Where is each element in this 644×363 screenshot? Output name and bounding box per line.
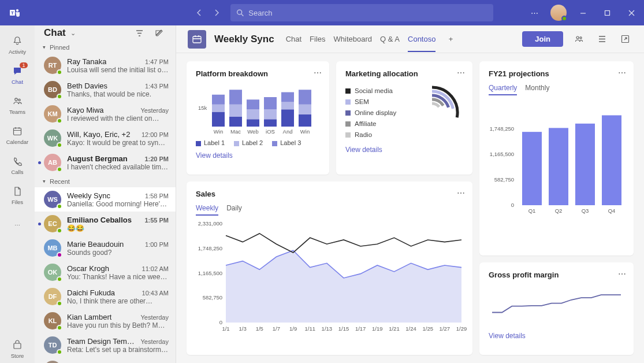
svg-rect-44: [549, 128, 568, 205]
svg-rect-19: [229, 105, 242, 117]
presence-icon: [57, 203, 62, 209]
chat-item[interactable]: RT Ray Tanaka1:47 PM Louisa will send th…: [35, 53, 176, 77]
svg-point-11: [579, 37, 581, 39]
presence-icon: [57, 252, 62, 258]
svg-text:Q2: Q2: [555, 208, 563, 214]
tab-daily[interactable]: Daily: [226, 204, 242, 216]
tab-monthly[interactable]: Monthly: [525, 84, 549, 95]
tab-quarterly[interactable]: Quarterly: [489, 84, 517, 95]
card-more-button[interactable]: ⋯: [618, 68, 627, 77]
maximize-button[interactable]: [599, 5, 615, 21]
add-tab-button[interactable]: +: [444, 32, 457, 46]
back-button[interactable]: [192, 6, 206, 20]
meeting-title: Weekly Sync: [214, 34, 274, 45]
card-more-button[interactable]: ⋯: [457, 188, 466, 198]
svg-text:2,331,000: 2,331,000: [198, 220, 222, 227]
more-options-button[interactable]: ⋯: [526, 5, 542, 21]
platform-chart: 15kWinMacWebiOSAndWin: [196, 84, 320, 136]
chat-name: Weekly Sync: [67, 191, 110, 200]
chat-preview: You: Thanks! Have a nice weekend: [67, 273, 169, 281]
chat-item[interactable]: AB August Bergman1:20 PM I haven't check…: [35, 150, 176, 175]
chat-name: Kayo Miwa: [67, 106, 104, 114]
store-icon: [11, 339, 24, 351]
section-pinned[interactable]: Pinned: [35, 40, 176, 53]
card-more-button[interactable]: ⋯: [618, 269, 627, 279]
svg-rect-31: [281, 102, 294, 110]
forward-button[interactable]: [210, 6, 224, 20]
minimize-button[interactable]: [575, 5, 591, 21]
chat-time: Yesterday: [140, 338, 169, 345]
svg-rect-4: [605, 10, 609, 15]
view-details-link[interactable]: View details: [196, 151, 233, 160]
rail-files[interactable]: Files: [1, 180, 33, 209]
filter-button[interactable]: [132, 25, 147, 40]
chat-time: 11:02 AM: [142, 265, 169, 272]
dashboard-grid: ⋯ Platform breakdown 15kWinMacWebiOSAndW…: [176, 53, 644, 363]
svg-text:Win: Win: [300, 128, 310, 135]
meeting-header: Weekly Sync Chat Files Whiteboard Q & A …: [176, 25, 644, 53]
svg-text:Q1: Q1: [528, 208, 536, 214]
rail-calls[interactable]: Calls: [1, 150, 33, 179]
tab-files[interactable]: Files: [310, 35, 325, 43]
chat-item[interactable]: EC Emiliano Ceballos1:55 PM 😂😂: [35, 212, 176, 236]
tab-chat[interactable]: Chat: [286, 35, 301, 43]
chat-item[interactable]: OK Oscar Krogh11:02 AM You: Thanks! Have…: [35, 260, 176, 284]
chat-preview: Kayo: It would be great to sync…: [67, 139, 169, 147]
section-recent[interactable]: Recent: [35, 175, 176, 187]
chevron-down-icon[interactable]: ⌄: [70, 29, 76, 37]
svg-text:Q3: Q3: [582, 208, 589, 214]
chat-item[interactable]: TD Team Design TemplateYesterday Reta: L…: [35, 333, 176, 357]
chat-item[interactable]: R ReviewersYesterday Darren: That's fine…: [35, 357, 176, 363]
svg-rect-34: [299, 114, 311, 127]
chat-item[interactable]: WS Weekly Sync1:58 PM Daniella: Good mor…: [35, 187, 176, 212]
tab-contoso[interactable]: Contoso: [408, 35, 435, 43]
presence-icon: [57, 325, 62, 331]
avatar: KL: [44, 312, 61, 329]
teams-logo-icon: T: [8, 6, 22, 20]
join-button[interactable]: Join: [522, 31, 563, 47]
card-more-button[interactable]: ⋯: [457, 68, 466, 77]
chat-item[interactable]: WK Will, Kayo, Eric, +212:00 PM Kayo: It…: [35, 126, 176, 150]
rail-store[interactable]: Store: [1, 334, 33, 363]
chat-time: 1:47 PM: [145, 58, 169, 65]
tab-qa[interactable]: Q & A: [380, 35, 400, 43]
svg-rect-22: [247, 119, 259, 127]
avatar: R: [44, 361, 61, 363]
svg-rect-42: [522, 132, 542, 205]
global-search[interactable]: [230, 4, 493, 21]
svg-text:1,165,500: 1,165,500: [490, 151, 514, 157]
popout-button[interactable]: [617, 32, 632, 47]
people-icon: [11, 95, 24, 108]
chat-item[interactable]: DF Daichi Fukuda10:43 AM No, I think the…: [35, 284, 176, 309]
chat-item[interactable]: KL Kian LambertYesterday Have you run th…: [35, 309, 176, 333]
current-user-avatar[interactable]: [550, 5, 567, 21]
search-input[interactable]: [248, 9, 487, 17]
avatar: EC: [44, 215, 61, 232]
svg-rect-16: [212, 95, 225, 105]
rail-teams[interactable]: Teams: [1, 90, 33, 119]
new-chat-button[interactable]: [151, 25, 166, 40]
chat-item[interactable]: BD Beth Davies1:43 PM Thanks, that would…: [35, 77, 176, 102]
card-more-button[interactable]: ⋯: [314, 68, 322, 77]
svg-text:1,748,250: 1,748,250: [490, 125, 514, 132]
tab-weekly[interactable]: Weekly: [196, 204, 218, 216]
svg-text:1/24: 1/24: [405, 325, 416, 332]
chat-item[interactable]: MB Marie Beaudouin1:00 PM Sounds good?: [35, 236, 176, 260]
rail-more[interactable]: ⋯: [1, 210, 33, 239]
tab-whiteboard[interactable]: Whiteboard: [334, 35, 372, 43]
avatar: WS: [44, 191, 61, 208]
rail-chat[interactable]: 1 Chat: [1, 60, 33, 89]
meeting-details-button[interactable]: [594, 32, 609, 47]
view-details-link[interactable]: View details: [489, 332, 526, 340]
chat-name: Team Design Template: [67, 337, 137, 346]
chat-item[interactable]: KM Kayo MiwaYesterday I reviewed with th…: [35, 102, 176, 126]
chat-preview: Reta: Let's set up a brainstorm…: [67, 346, 169, 354]
history-nav: [192, 6, 224, 20]
rail-activity[interactable]: Activity: [1, 30, 33, 59]
view-details-link[interactable]: View details: [345, 146, 382, 154]
svg-text:1/7: 1/7: [273, 325, 280, 332]
rail-calendar[interactable]: Calendar: [1, 120, 33, 149]
legend-item: SEM: [345, 98, 396, 105]
participants-button[interactable]: [571, 32, 586, 47]
close-button[interactable]: [623, 5, 639, 21]
